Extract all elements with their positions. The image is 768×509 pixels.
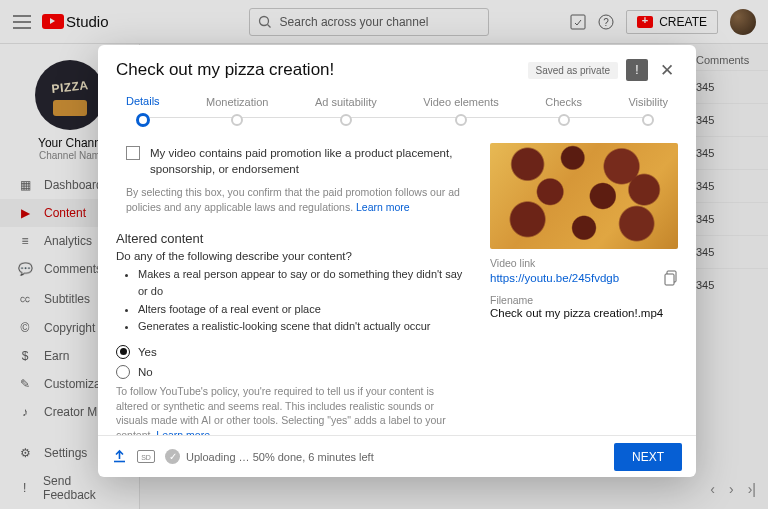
resolution-icon[interactable]: SD	[137, 450, 155, 463]
close-icon[interactable]: ✕	[656, 60, 678, 81]
paid-promotion-label: My video contains paid promotion like a …	[150, 145, 474, 177]
altered-content-question: Do any of the following describe your co…	[116, 250, 474, 262]
video-link-label: Video link	[490, 257, 678, 269]
svg-text:SD: SD	[141, 454, 151, 461]
filename-label: Filename	[490, 294, 678, 306]
paid-promotion-disclaimer: By selecting this box, you confirm that …	[116, 183, 474, 222]
filename-value: Check out my pizza creation!.mp4	[490, 307, 678, 319]
altered-yes-radio[interactable]	[116, 345, 130, 359]
send-feedback-icon[interactable]: !	[626, 59, 648, 81]
upload-progress: ✓ Uploading … 50% done, 6 minutes left	[165, 449, 374, 464]
step-ad-suitability[interactable]: Ad suitability	[315, 96, 377, 126]
step-monetization[interactable]: Monetization	[206, 96, 268, 126]
altered-content-heading: Altered content	[116, 231, 474, 246]
svg-rect-5	[665, 274, 674, 285]
step-checks[interactable]: Checks	[545, 96, 582, 126]
paid-promotion-checkbox[interactable]	[126, 146, 140, 160]
altered-no-radio[interactable]	[116, 365, 130, 379]
video-thumbnail[interactable]	[490, 143, 678, 249]
copy-icon[interactable]	[664, 270, 678, 286]
modal-title: Check out my pizza creation!	[116, 60, 334, 80]
upload-modal: Check out my pizza creation! Saved as pr…	[98, 45, 696, 477]
step-visibility[interactable]: Visibility	[628, 96, 668, 126]
save-status: Saved as private	[528, 62, 619, 79]
check-icon: ✓	[165, 449, 180, 464]
step-details[interactable]: Details	[126, 95, 160, 127]
upload-icon[interactable]	[112, 449, 127, 464]
altered-disclaimer: To follow YouTube's policy, you're requi…	[116, 382, 474, 435]
learn-more-link[interactable]: Learn more	[356, 201, 410, 213]
next-button[interactable]: NEXT	[614, 443, 682, 471]
step-video-elements[interactable]: Video elements	[423, 96, 499, 126]
radio-label: No	[138, 366, 153, 378]
video-link[interactable]: https://youtu.be/245fvdgb	[490, 272, 619, 284]
altered-content-bullets: Makes a real person appear to say or do …	[116, 266, 474, 336]
radio-label: Yes	[138, 346, 157, 358]
stepper: Details Monetization Ad suitability Vide…	[98, 91, 696, 139]
